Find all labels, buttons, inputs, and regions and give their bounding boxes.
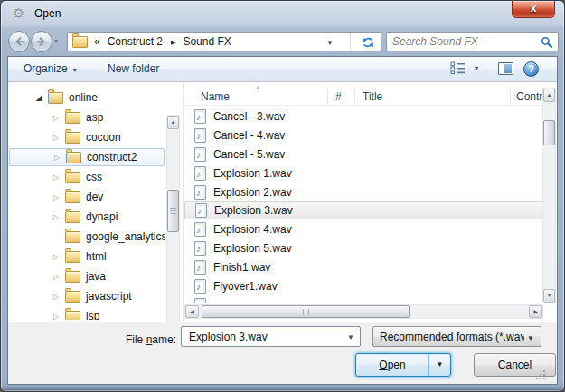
tree-item-dev[interactable]: ▷dev xyxy=(9,187,165,207)
tree-scrollbar-thumb[interactable] xyxy=(167,190,179,232)
breadcrumb-separator-icon[interactable]: ▶ xyxy=(171,38,175,46)
tree-item-construct2[interactable]: ▷construct2 xyxy=(9,148,165,166)
list-horizontal-scrollbar[interactable]: ◀ ▶ xyxy=(184,304,543,319)
file-row-partial[interactable]: ♪ xyxy=(184,295,545,303)
tree-item-label: html xyxy=(86,250,107,263)
expander-collapsed-icon[interactable]: ▷ xyxy=(51,114,61,122)
audio-file-icon: ♪ xyxy=(194,185,206,200)
expander-collapsed-icon[interactable]: ▷ xyxy=(51,213,61,221)
recent-locations-dropdown[interactable]: ▾ xyxy=(54,37,58,45)
file-name-label: File name: xyxy=(8,333,176,346)
column-header-contr[interactable]: Contr xyxy=(511,87,544,105)
expander-collapsed-icon[interactable]: ▷ xyxy=(51,313,61,321)
hscrollbar-thumb[interactable] xyxy=(202,305,410,318)
audio-file-icon: ♪ xyxy=(195,203,207,218)
expander-collapsed-icon[interactable]: ▷ xyxy=(51,193,61,201)
file-row[interactable]: ♪Flyover1.wav xyxy=(184,276,545,295)
search-icon[interactable] xyxy=(541,36,553,51)
expander-collapsed-icon[interactable]: ▷ xyxy=(51,293,61,301)
close-button[interactable]: x xyxy=(512,1,555,18)
file-row[interactable]: ♪Explosion 5.wav xyxy=(184,238,545,257)
help-button[interactable]: ? xyxy=(523,61,539,77)
open-button[interactable]: Open xyxy=(356,354,428,376)
back-arrow-icon xyxy=(13,35,25,48)
file-name-combobox[interactable]: ▼ xyxy=(181,326,361,347)
views-icon xyxy=(450,61,466,74)
tree-item-online[interactable]: ◢online xyxy=(9,88,165,107)
forward-button[interactable] xyxy=(31,31,52,52)
expander-collapsed-icon[interactable]: ▷ xyxy=(51,134,61,142)
resize-grip[interactable] xyxy=(543,370,545,372)
title-bar[interactable]: ⚙ Open x xyxy=(1,1,564,26)
expander-collapsed-icon[interactable]: ▷ xyxy=(51,253,61,261)
breadcrumb-item-parent[interactable]: Construct 2 xyxy=(108,35,163,48)
tree-item-asp[interactable]: ▷asp xyxy=(9,107,165,127)
tree-item-javascript[interactable]: ▷javascript xyxy=(9,286,165,306)
tree-item-label: asp xyxy=(86,111,103,124)
folder-icon xyxy=(65,291,80,303)
change-view-button[interactable]: ▾ xyxy=(450,61,478,74)
expander-collapsed-icon[interactable]: ▷ xyxy=(52,154,62,162)
file-name-dropdown-icon[interactable]: ▼ xyxy=(347,333,354,341)
scroll-up-icon[interactable]: ▲ xyxy=(543,89,555,102)
scroll-down-icon[interactable]: ▼ xyxy=(543,289,555,303)
file-name: Cancel - 4.wav xyxy=(213,129,285,142)
scroll-left-icon[interactable]: ◀ xyxy=(185,305,199,318)
list-vertical-scrollbar[interactable]: ▲ ▼ xyxy=(542,88,556,303)
file-row[interactable]: ♪Finish1.wav xyxy=(184,257,545,276)
expander-collapsed-icon[interactable]: ▷ xyxy=(51,173,61,182)
tree-item-google_analytics[interactable]: google_analytics xyxy=(9,227,165,247)
breadcrumb-item-current[interactable]: Sound FX xyxy=(183,35,231,48)
breadcrumb[interactable]: « Construct 2 ▶ Sound FX ▼ xyxy=(67,32,381,51)
file-row[interactable]: ♪Explosion 1.wav xyxy=(184,163,545,182)
column-header-title[interactable]: Title xyxy=(355,87,511,105)
file-row[interactable]: ♪Cancel - 5.wav xyxy=(184,145,545,163)
expander-expanded-icon[interactable]: ◢ xyxy=(33,93,44,102)
scroll-up-icon[interactable]: ▲ xyxy=(167,116,179,129)
folder-tree: ◢online▷asp▷cocoon▷construct2▷css▷dev▷dy… xyxy=(9,88,165,320)
refresh-button[interactable] xyxy=(355,33,381,51)
address-dropdown-icon[interactable]: ▼ xyxy=(326,39,334,47)
file-name: Explosion 5.wav xyxy=(213,242,292,255)
file-row[interactable]: ♪Explosion 2.wav xyxy=(184,182,545,201)
new-folder-button[interactable]: New folder xyxy=(108,62,159,75)
tree-item-label: cocoon xyxy=(86,131,121,144)
tree-item-cocoon[interactable]: ▷cocoon xyxy=(9,127,165,147)
cancel-button[interactable]: Cancel xyxy=(474,353,556,377)
file-name: Cancel - 5.wav xyxy=(213,148,285,161)
organize-button[interactable]: Organize▾ xyxy=(24,62,77,75)
search-input[interactable] xyxy=(391,33,535,50)
file-row[interactable]: ♪Cancel - 4.wav xyxy=(184,126,545,145)
breadcrumb-divider xyxy=(350,33,351,51)
folder-icon xyxy=(72,36,88,48)
file-name: Finish1.wav xyxy=(213,261,270,274)
tree-scrollbar[interactable]: ▲ ▼ xyxy=(166,115,180,346)
expander-collapsed-icon[interactable]: ▷ xyxy=(51,273,61,281)
folder-icon xyxy=(65,311,80,321)
tree-item-html[interactable]: ▷html xyxy=(9,247,165,266)
list-scrollbar-thumb[interactable] xyxy=(543,120,555,145)
file-row[interactable]: ♪Cancel - 3.wav xyxy=(184,107,545,126)
tree-item-java[interactable]: ▷java xyxy=(9,266,165,286)
views-dropdown-icon[interactable]: ▾ xyxy=(475,64,478,72)
file-row[interactable]: ♪Explosion 4.wav xyxy=(184,219,545,238)
tree-item-jsp[interactable]: ▷jsp xyxy=(9,306,165,320)
scroll-right-icon[interactable]: ▶ xyxy=(529,305,542,318)
file-row[interactable]: ♪Explosion 3.wav xyxy=(184,201,545,219)
folder-icon xyxy=(65,251,80,263)
sort-ascending-icon: ▲ xyxy=(255,84,261,90)
open-dropdown-button[interactable]: ▼ xyxy=(428,354,450,376)
back-button[interactable] xyxy=(8,31,30,52)
file-name-input[interactable] xyxy=(187,329,341,344)
tree-item-dynapi[interactable]: ▷dynapi xyxy=(9,207,165,227)
search-box[interactable] xyxy=(386,32,559,51)
audio-file-icon: ♪ xyxy=(194,109,206,124)
folder-icon xyxy=(65,132,80,144)
file-type-select[interactable]: Recommended formats (*.wav, ▼ xyxy=(372,326,541,347)
preview-pane-button[interactable] xyxy=(498,62,513,75)
column-header-name[interactable]: Name▲ xyxy=(184,87,328,105)
breadcrumb-overflow-icon[interactable]: « xyxy=(94,35,100,48)
tree-item-label: online xyxy=(69,91,98,104)
column-header-number[interactable]: # xyxy=(328,87,355,105)
tree-item-css[interactable]: ▷css xyxy=(9,167,165,187)
